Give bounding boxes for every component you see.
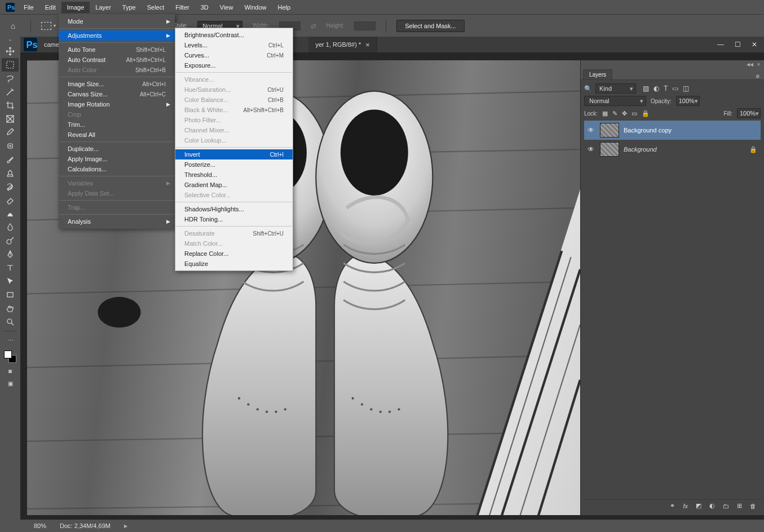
menu-layer[interactable]: Layer bbox=[90, 2, 117, 13]
blur-tool[interactable] bbox=[2, 220, 19, 234]
doc-size[interactable]: Doc: 2,34M/4,69M bbox=[60, 522, 111, 529]
layer-name[interactable]: Background bbox=[624, 146, 745, 153]
crop-tool[interactable] bbox=[2, 99, 19, 112]
link-layers-icon[interactable]: ⚭ bbox=[670, 502, 675, 509]
menu-item[interactable]: Auto ContrastAlt+Shift+Ctrl+L bbox=[59, 55, 175, 65]
brush-tool[interactable] bbox=[2, 153, 19, 166]
menu-item[interactable]: Duplicate... bbox=[59, 144, 175, 154]
group-icon[interactable]: 🗀 bbox=[723, 503, 729, 509]
status-arrow-icon[interactable]: ▶ bbox=[124, 524, 127, 529]
lasso-tool[interactable] bbox=[2, 72, 19, 85]
lock-position-icon[interactable]: ✥ bbox=[622, 110, 627, 117]
fill-input[interactable]: 100% bbox=[737, 108, 761, 118]
menu-item[interactable]: Equalize bbox=[175, 259, 293, 269]
layer-row[interactable]: 👁 Background 🔒 bbox=[584, 140, 761, 159]
menu-item[interactable]: Replace Color... bbox=[175, 249, 293, 259]
gradient-tool[interactable] bbox=[2, 207, 19, 220]
edit-toolbar-icon[interactable]: ⋯ bbox=[2, 334, 19, 347]
menu-item[interactable]: Canvas Size...Alt+Ctrl+C bbox=[59, 89, 175, 99]
zoom-tool[interactable] bbox=[2, 315, 19, 329]
move-tool[interactable] bbox=[2, 45, 19, 58]
filter-shape-icon[interactable]: ▭ bbox=[672, 85, 678, 92]
type-tool[interactable] bbox=[2, 261, 19, 274]
pen-tool[interactable] bbox=[2, 247, 19, 261]
menu-type[interactable]: Type bbox=[117, 2, 142, 13]
menu-item[interactable]: Image Rotation▶ bbox=[59, 99, 175, 109]
color-swatch[interactable] bbox=[4, 351, 16, 363]
blend-mode-select[interactable]: Normal bbox=[584, 96, 646, 106]
tool-preset[interactable]: ▾ bbox=[41, 22, 56, 30]
zoom-level[interactable]: 80% bbox=[34, 522, 46, 529]
layer-row[interactable]: 👁 Background copy bbox=[584, 121, 761, 140]
menu-image[interactable]: Image bbox=[61, 2, 90, 13]
menu-item[interactable]: Mode▶ bbox=[59, 16, 175, 26]
menu-help[interactable]: Help bbox=[272, 2, 297, 13]
close-window-icon[interactable]: ✕ bbox=[747, 39, 762, 50]
menu-item[interactable]: Reveal All bbox=[59, 130, 175, 140]
opacity-input[interactable]: 100% bbox=[676, 96, 700, 106]
healing-brush-tool[interactable] bbox=[2, 139, 19, 153]
menu-item[interactable]: HDR Toning... bbox=[175, 214, 293, 224]
menu-item[interactable]: Threshold... bbox=[175, 170, 293, 180]
delete-layer-icon[interactable]: 🗑 bbox=[750, 503, 756, 509]
filter-type-icon[interactable]: T bbox=[664, 85, 668, 92]
expand-arrow-icon[interactable]: » bbox=[9, 38, 11, 45]
close-panel-icon[interactable]: ✕ bbox=[757, 62, 761, 67]
filter-smart-icon[interactable]: ◫ bbox=[683, 85, 689, 92]
menu-item[interactable]: Gradient Map... bbox=[175, 180, 293, 190]
document-tab-active[interactable]: yer 1, RGB/8#) * × bbox=[308, 37, 377, 52]
magic-wand-tool[interactable] bbox=[2, 85, 19, 99]
layer-style-icon[interactable]: fx bbox=[683, 503, 688, 509]
kind-select[interactable]: Kind bbox=[595, 83, 636, 94]
home-icon[interactable]: ⌂ bbox=[6, 21, 20, 30]
eraser-tool[interactable] bbox=[2, 193, 19, 207]
lock-transparent-icon[interactable]: ▦ bbox=[602, 110, 608, 117]
path-selection-tool[interactable] bbox=[2, 274, 19, 288]
quick-mask-icon[interactable]: ◙ bbox=[5, 366, 16, 375]
menu-file[interactable]: File bbox=[18, 2, 39, 13]
lock-image-icon[interactable]: ✎ bbox=[612, 110, 617, 117]
visibility-icon[interactable]: 👁 bbox=[588, 126, 595, 134]
marquee-tool[interactable] bbox=[2, 58, 19, 72]
menu-item[interactable]: InvertCtrl+I bbox=[175, 149, 293, 159]
layers-tab[interactable]: Layers bbox=[583, 69, 612, 79]
menu-item[interactable]: Brightness/Contrast... bbox=[175, 30, 293, 40]
menu-window[interactable]: Window bbox=[239, 2, 272, 13]
lock-all-icon[interactable]: 🔒 bbox=[642, 110, 650, 117]
filter-pixel-icon[interactable]: ▧ bbox=[643, 85, 649, 92]
select-and-mask-button[interactable]: Select and Mask... bbox=[396, 20, 465, 32]
layer-name[interactable]: Background copy bbox=[624, 127, 757, 134]
menu-item[interactable]: Exposure... bbox=[175, 60, 293, 70]
menu-item[interactable]: Image Size...Alt+Ctrl+I bbox=[59, 79, 175, 89]
menu-item[interactable]: Curves...Ctrl+M bbox=[175, 50, 293, 60]
maximize-icon[interactable]: ☐ bbox=[730, 39, 745, 50]
menu-3d[interactable]: 3D bbox=[195, 2, 214, 13]
eyedropper-tool[interactable] bbox=[2, 126, 19, 139]
menu-view[interactable]: View bbox=[214, 2, 239, 13]
menu-item[interactable]: Levels...Ctrl+L bbox=[175, 40, 293, 50]
lock-artboard-icon[interactable]: ▭ bbox=[631, 110, 637, 117]
menu-item[interactable]: Calculations... bbox=[59, 164, 175, 174]
menu-item[interactable]: Auto ToneShift+Ctrl+L bbox=[59, 45, 175, 55]
dodge-tool[interactable] bbox=[2, 234, 19, 247]
layer-mask-icon[interactable]: ◩ bbox=[696, 502, 701, 509]
menu-item[interactable]: Apply Image... bbox=[59, 154, 175, 164]
screen-mode-icon[interactable]: ▣ bbox=[5, 379, 16, 388]
hand-tool[interactable] bbox=[2, 302, 19, 315]
minimize-icon[interactable]: — bbox=[713, 39, 728, 50]
collapse-icon[interactable]: ◀◀ bbox=[747, 62, 753, 67]
menu-item[interactable]: Analysis▶ bbox=[59, 216, 175, 227]
adjustment-layer-icon[interactable]: ◐ bbox=[709, 502, 715, 509]
menu-item[interactable]: Adjustments▶ bbox=[59, 30, 175, 41]
frame-tool[interactable] bbox=[2, 112, 19, 126]
layer-thumbnail[interactable] bbox=[600, 142, 619, 157]
visibility-icon[interactable]: 👁 bbox=[588, 145, 595, 153]
menu-filter[interactable]: Filter bbox=[170, 2, 195, 13]
layer-thumbnail[interactable] bbox=[600, 123, 619, 138]
close-icon[interactable]: × bbox=[365, 41, 370, 49]
rectangle-tool[interactable] bbox=[2, 288, 19, 302]
menu-select[interactable]: Select bbox=[142, 2, 170, 13]
new-layer-icon[interactable]: ⊞ bbox=[737, 502, 742, 509]
menu-edit[interactable]: Edit bbox=[39, 2, 61, 13]
clone-stamp-tool[interactable] bbox=[2, 166, 19, 180]
